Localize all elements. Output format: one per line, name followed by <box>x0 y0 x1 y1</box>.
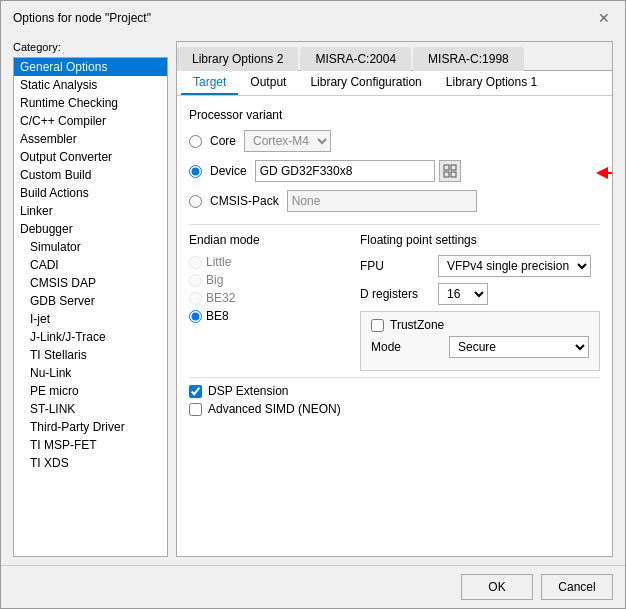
endian-be8-radio[interactable] <box>189 310 202 323</box>
tab-target[interactable]: Target <box>181 71 238 95</box>
fpu-label: FPU <box>360 259 430 273</box>
red-arrow-indicator <box>594 162 612 187</box>
sidebar-item-ti-xds[interactable]: TI XDS <box>14 454 167 472</box>
sidebar-item-debugger[interactable]: Debugger <box>14 220 167 238</box>
cmsis-radio[interactable] <box>189 195 202 208</box>
sidebar-item-gdb-server[interactable]: GDB Server <box>14 292 167 310</box>
core-dropdown-wrap: Cortex-M4 <box>244 130 331 152</box>
trustzone-box: TrustZone Mode Secure Non-Secure <box>360 311 600 371</box>
processor-section-title: Processor variant <box>189 108 600 122</box>
right-panel: Library Options 2 MISRA-C:2004 MISRA-C:1… <box>176 41 613 557</box>
trustzone-checkbox-row: TrustZone <box>371 318 589 332</box>
endian-section: Endian mode Little Big BE32 <box>189 233 344 371</box>
trustzone-label: TrustZone <box>390 318 444 332</box>
device-label: Device <box>210 164 247 178</box>
dsp-checkbox[interactable] <box>189 385 202 398</box>
tab-library-options-1[interactable]: Library Options 1 <box>434 71 549 95</box>
tabs-row-1: Library Options 2 MISRA-C:2004 MISRA-C:1… <box>177 42 612 71</box>
d-reg-row: D registers 16 8 32 <box>360 283 600 305</box>
endian-title: Endian mode <box>189 233 344 247</box>
endian-be32-radio <box>189 292 202 305</box>
mode-dropdown[interactable]: Secure Non-Secure <box>449 336 589 358</box>
tab-misra-c-2004[interactable]: MISRA-C:2004 <box>300 47 411 71</box>
device-browse-button[interactable] <box>439 160 461 182</box>
fpu-dropdown[interactable]: VFPv4 single precision None <box>438 255 591 277</box>
endian-big-label: Big <box>206 273 223 287</box>
trustzone-section: TrustZone Mode Secure Non-Secure <box>360 311 600 371</box>
dialog-body: Category: General Options Static Analysi… <box>1 33 625 565</box>
sidebar-item-cpp-compiler[interactable]: C/C++ Compiler <box>14 112 167 130</box>
sidebar-item-custom-build[interactable]: Custom Build <box>14 166 167 184</box>
sidebar-item-runtime-checking[interactable]: Runtime Checking <box>14 94 167 112</box>
core-label: Core <box>210 134 236 148</box>
category-list: General Options Static Analysis Runtime … <box>13 57 168 557</box>
core-radio[interactable] <box>189 135 202 148</box>
processor-radio-group: Core Cortex-M4 Device <box>189 130 600 212</box>
device-input[interactable] <box>255 160 435 182</box>
simd-checkbox[interactable] <box>189 403 202 416</box>
options-dialog: Options for node "Project" ✕ Category: G… <box>0 0 626 609</box>
sidebar-item-cmsis-dap[interactable]: CMSIS DAP <box>14 274 167 292</box>
title-bar: Options for node "Project" ✕ <box>1 1 625 33</box>
svg-rect-1 <box>451 165 456 170</box>
svg-rect-0 <box>444 165 449 170</box>
sidebar-item-jlink[interactable]: J-Link/J-Trace <box>14 328 167 346</box>
tabs-row-2: Target Output Library Configuration Libr… <box>177 71 612 96</box>
separator-2 <box>189 377 600 378</box>
sidebar-item-nu-link[interactable]: Nu-Link <box>14 364 167 382</box>
mode-row: Mode Secure Non-Secure <box>371 336 589 358</box>
cmsis-label: CMSIS-Pack <box>210 194 279 208</box>
trustzone-checkbox[interactable] <box>371 319 384 332</box>
sidebar-item-general-options[interactable]: General Options <box>14 58 167 76</box>
category-label: Category: <box>13 41 168 53</box>
mode-label: Mode <box>371 340 441 354</box>
sidebar-item-static-analysis[interactable]: Static Analysis <box>14 76 167 94</box>
sidebar-item-ti-stellaris[interactable]: TI Stellaris <box>14 346 167 364</box>
floating-section: Floating point settings FPU VFPv4 single… <box>360 233 600 371</box>
endian-big-row: Big <box>189 273 344 287</box>
browse-icon <box>443 164 457 178</box>
sidebar-item-simulator[interactable]: Simulator <box>14 238 167 256</box>
endian-be8-label: BE8 <box>206 309 229 323</box>
cmsis-row: CMSIS-Pack <box>189 190 600 212</box>
core-dropdown[interactable]: Cortex-M4 <box>244 130 331 152</box>
two-col-section: Endian mode Little Big BE32 <box>189 233 600 371</box>
cmsis-input[interactable] <box>287 190 477 212</box>
device-row: Device <box>189 160 600 182</box>
endian-little-radio <box>189 256 202 269</box>
dsp-label: DSP Extension <box>208 384 289 398</box>
endian-little-row: Little <box>189 255 344 269</box>
simd-row: Advanced SIMD (NEON) <box>189 402 600 416</box>
sidebar-item-build-actions[interactable]: Build Actions <box>14 184 167 202</box>
floating-title: Floating point settings <box>360 233 600 247</box>
dialog-title: Options for node "Project" <box>13 11 151 25</box>
separator-1 <box>189 224 600 225</box>
sidebar-item-pe-micro[interactable]: PE micro <box>14 382 167 400</box>
d-reg-dropdown[interactable]: 16 8 32 <box>438 283 488 305</box>
tab-misra-c-1998[interactable]: MISRA-C:1998 <box>413 47 524 71</box>
sidebar-item-linker[interactable]: Linker <box>14 202 167 220</box>
endian-be32-label: BE32 <box>206 291 235 305</box>
svg-rect-3 <box>451 172 456 177</box>
svg-rect-2 <box>444 172 449 177</box>
sidebar-item-ti-msp-fet[interactable]: TI MSP-FET <box>14 436 167 454</box>
device-radio[interactable] <box>189 165 202 178</box>
sidebar-item-cadi[interactable]: CADI <box>14 256 167 274</box>
sidebar-item-third-party[interactable]: Third-Party Driver <box>14 418 167 436</box>
left-panel: Category: General Options Static Analysi… <box>13 41 168 557</box>
tab-library-configuration[interactable]: Library Configuration <box>298 71 433 95</box>
dialog-footer: OK Cancel <box>1 565 625 608</box>
endian-little-label: Little <box>206 255 231 269</box>
dsp-row: DSP Extension <box>189 384 600 398</box>
sidebar-item-output-converter[interactable]: Output Converter <box>14 148 167 166</box>
tab-output[interactable]: Output <box>238 71 298 95</box>
endian-big-radio <box>189 274 202 287</box>
cancel-button[interactable]: Cancel <box>541 574 613 600</box>
ok-button[interactable]: OK <box>461 574 533 600</box>
tab-library-options-2[interactable]: Library Options 2 <box>177 47 298 71</box>
sidebar-item-assembler[interactable]: Assembler <box>14 130 167 148</box>
close-button[interactable]: ✕ <box>595 9 613 27</box>
sidebar-item-i-jet[interactable]: I-jet <box>14 310 167 328</box>
endian-be8-row: BE8 <box>189 309 344 323</box>
sidebar-item-st-link[interactable]: ST-LINK <box>14 400 167 418</box>
